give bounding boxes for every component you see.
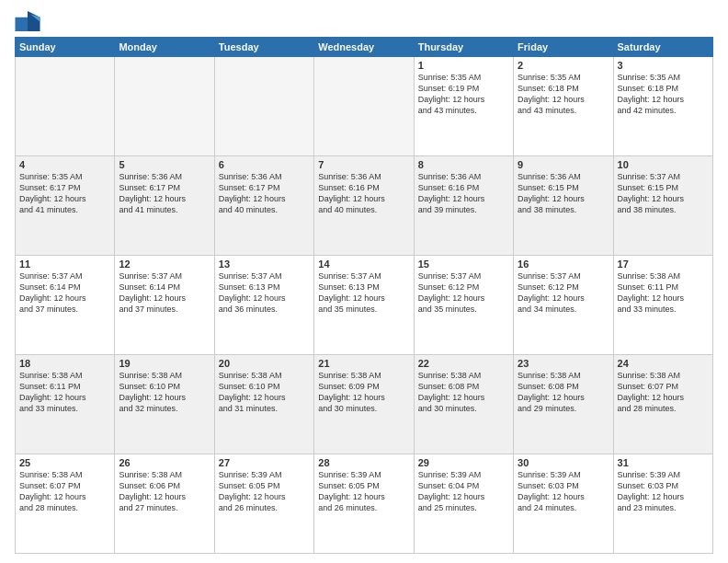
day-cell: 4Sunrise: 5:35 AM Sunset: 6:17 PM Daylig…	[16, 156, 115, 256]
day-number: 5	[119, 159, 210, 170]
day-cell	[314, 57, 414, 156]
day-info: Sunrise: 5:39 AM Sunset: 6:03 PM Dayligh…	[618, 469, 709, 514]
day-number: 30	[518, 457, 609, 468]
day-info: Sunrise: 5:39 AM Sunset: 6:04 PM Dayligh…	[418, 469, 509, 514]
week-row-2: 4Sunrise: 5:35 AM Sunset: 6:17 PM Daylig…	[16, 156, 713, 256]
day-cell: 29Sunrise: 5:39 AM Sunset: 6:04 PM Dayli…	[414, 454, 513, 554]
day-cell: 10Sunrise: 5:37 AM Sunset: 6:15 PM Dayli…	[613, 156, 712, 256]
day-number: 7	[318, 159, 409, 170]
day-cell: 7Sunrise: 5:36 AM Sunset: 6:16 PM Daylig…	[314, 156, 414, 256]
day-info: Sunrise: 5:38 AM Sunset: 6:06 PM Dayligh…	[119, 469, 210, 514]
day-number: 15	[418, 259, 509, 270]
day-number: 1	[418, 60, 509, 71]
day-cell: 28Sunrise: 5:39 AM Sunset: 6:05 PM Dayli…	[314, 454, 414, 554]
day-number: 2	[518, 60, 609, 71]
day-info: Sunrise: 5:37 AM Sunset: 6:13 PM Dayligh…	[318, 270, 409, 316]
day-info: Sunrise: 5:38 AM Sunset: 6:08 PM Dayligh…	[518, 370, 609, 415]
day-number: 29	[418, 457, 509, 468]
week-row-1: 1Sunrise: 5:35 AM Sunset: 6:19 PM Daylig…	[16, 57, 713, 156]
day-info: Sunrise: 5:37 AM Sunset: 6:12 PM Dayligh…	[518, 270, 609, 316]
day-cell: 8Sunrise: 5:36 AM Sunset: 6:16 PM Daylig…	[414, 156, 513, 256]
weekday-header-wednesday: Wednesday	[314, 38, 414, 57]
day-info: Sunrise: 5:35 AM Sunset: 6:19 PM Dayligh…	[418, 72, 509, 117]
day-info: Sunrise: 5:39 AM Sunset: 6:05 PM Dayligh…	[318, 469, 409, 514]
day-info: Sunrise: 5:35 AM Sunset: 6:18 PM Dayligh…	[618, 72, 709, 117]
day-cell: 16Sunrise: 5:37 AM Sunset: 6:12 PM Dayli…	[514, 256, 613, 355]
header-row	[15, 11, 713, 31]
logo-icon	[15, 11, 40, 31]
day-info: Sunrise: 5:37 AM Sunset: 6:12 PM Dayligh…	[418, 270, 509, 316]
day-number: 12	[119, 259, 210, 270]
svg-marker-1	[28, 11, 40, 31]
day-info: Sunrise: 5:38 AM Sunset: 6:09 PM Dayligh…	[318, 370, 409, 415]
day-cell: 6Sunrise: 5:36 AM Sunset: 6:17 PM Daylig…	[214, 156, 313, 256]
day-info: Sunrise: 5:39 AM Sunset: 6:05 PM Dayligh…	[219, 469, 310, 514]
weekday-header-row: SundayMondayTuesdayWednesdayThursdayFrid…	[16, 38, 713, 57]
day-cell: 24Sunrise: 5:38 AM Sunset: 6:07 PM Dayli…	[613, 355, 712, 454]
weekday-header-saturday: Saturday	[613, 38, 712, 57]
weekday-header-sunday: Sunday	[16, 38, 115, 57]
day-cell: 22Sunrise: 5:38 AM Sunset: 6:08 PM Dayli…	[414, 355, 513, 454]
logo	[15, 11, 44, 31]
day-number: 4	[19, 159, 110, 170]
day-number: 22	[418, 358, 509, 369]
day-info: Sunrise: 5:38 AM Sunset: 6:07 PM Dayligh…	[19, 469, 110, 514]
day-info: Sunrise: 5:35 AM Sunset: 6:17 PM Dayligh…	[19, 171, 110, 216]
day-cell: 12Sunrise: 5:37 AM Sunset: 6:14 PM Dayli…	[115, 256, 214, 355]
day-info: Sunrise: 5:38 AM Sunset: 6:10 PM Dayligh…	[119, 370, 210, 415]
week-row-4: 18Sunrise: 5:38 AM Sunset: 6:11 PM Dayli…	[16, 355, 713, 454]
day-info: Sunrise: 5:38 AM Sunset: 6:11 PM Dayligh…	[618, 270, 709, 316]
day-info: Sunrise: 5:38 AM Sunset: 6:07 PM Dayligh…	[618, 370, 709, 415]
day-number: 24	[618, 358, 709, 369]
svg-rect-0	[15, 17, 28, 31]
day-number: 27	[219, 457, 310, 468]
day-number: 17	[618, 259, 709, 270]
day-cell: 21Sunrise: 5:38 AM Sunset: 6:09 PM Dayli…	[314, 355, 414, 454]
day-info: Sunrise: 5:36 AM Sunset: 6:16 PM Dayligh…	[418, 171, 509, 216]
day-cell: 20Sunrise: 5:38 AM Sunset: 6:10 PM Dayli…	[214, 355, 313, 454]
weekday-header-thursday: Thursday	[414, 38, 513, 57]
day-cell: 31Sunrise: 5:39 AM Sunset: 6:03 PM Dayli…	[613, 454, 712, 554]
day-number: 9	[518, 159, 609, 170]
day-number: 16	[518, 259, 609, 270]
day-number: 6	[219, 159, 310, 170]
day-cell: 25Sunrise: 5:38 AM Sunset: 6:07 PM Dayli…	[16, 454, 115, 554]
day-cell: 1Sunrise: 5:35 AM Sunset: 6:19 PM Daylig…	[414, 57, 513, 156]
day-number: 26	[119, 457, 210, 468]
day-cell: 13Sunrise: 5:37 AM Sunset: 6:13 PM Dayli…	[214, 256, 313, 355]
day-cell: 30Sunrise: 5:39 AM Sunset: 6:03 PM Dayli…	[514, 454, 613, 554]
day-info: Sunrise: 5:39 AM Sunset: 6:03 PM Dayligh…	[518, 469, 609, 514]
day-cell	[214, 57, 313, 156]
day-info: Sunrise: 5:35 AM Sunset: 6:18 PM Dayligh…	[518, 72, 609, 117]
day-number: 21	[318, 358, 409, 369]
day-info: Sunrise: 5:37 AM Sunset: 6:14 PM Dayligh…	[19, 270, 110, 316]
weekday-header-tuesday: Tuesday	[214, 38, 313, 57]
day-cell: 3Sunrise: 5:35 AM Sunset: 6:18 PM Daylig…	[613, 57, 712, 156]
day-cell	[115, 57, 214, 156]
weekday-header-monday: Monday	[115, 38, 214, 57]
day-cell: 17Sunrise: 5:38 AM Sunset: 6:11 PM Dayli…	[613, 256, 712, 355]
day-number: 28	[318, 457, 409, 468]
day-cell: 14Sunrise: 5:37 AM Sunset: 6:13 PM Dayli…	[314, 256, 414, 355]
week-row-5: 25Sunrise: 5:38 AM Sunset: 6:07 PM Dayli…	[16, 454, 713, 554]
page: SundayMondayTuesdayWednesdayThursdayFrid…	[0, 0, 728, 563]
day-cell	[16, 57, 115, 156]
day-cell: 18Sunrise: 5:38 AM Sunset: 6:11 PM Dayli…	[16, 355, 115, 454]
day-number: 19	[119, 358, 210, 369]
day-number: 14	[318, 259, 409, 270]
day-number: 3	[618, 60, 709, 71]
day-cell: 9Sunrise: 5:36 AM Sunset: 6:15 PM Daylig…	[514, 156, 613, 256]
day-number: 10	[618, 159, 709, 170]
day-cell: 15Sunrise: 5:37 AM Sunset: 6:12 PM Dayli…	[414, 256, 513, 355]
day-info: Sunrise: 5:36 AM Sunset: 6:17 PM Dayligh…	[119, 171, 210, 216]
day-cell: 5Sunrise: 5:36 AM Sunset: 6:17 PM Daylig…	[115, 156, 214, 256]
day-number: 23	[518, 358, 609, 369]
day-info: Sunrise: 5:37 AM Sunset: 6:15 PM Dayligh…	[618, 171, 709, 216]
weekday-header-friday: Friday	[514, 38, 613, 57]
day-number: 8	[418, 159, 509, 170]
day-cell: 11Sunrise: 5:37 AM Sunset: 6:14 PM Dayli…	[16, 256, 115, 355]
calendar: SundayMondayTuesdayWednesdayThursdayFrid…	[15, 37, 713, 554]
day-info: Sunrise: 5:36 AM Sunset: 6:15 PM Dayligh…	[518, 171, 609, 216]
day-info: Sunrise: 5:37 AM Sunset: 6:13 PM Dayligh…	[219, 270, 310, 316]
day-number: 18	[19, 358, 110, 369]
